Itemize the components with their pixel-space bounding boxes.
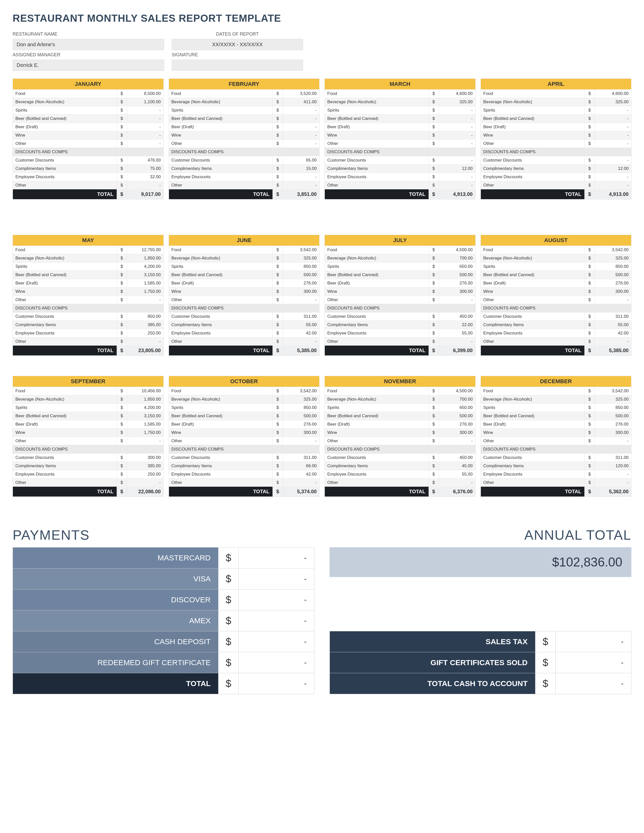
currency-symbol: $ <box>584 106 594 114</box>
currency-symbol: $ <box>117 487 127 497</box>
sales-row: Beverage (Non-Alcoholic)$325.00 <box>481 395 631 404</box>
currency-symbol: $ <box>272 165 283 173</box>
amount-value: 1,585.00 <box>127 420 163 428</box>
month-name: JANUARY <box>13 79 163 89</box>
amount-value: 850.00 <box>594 404 631 412</box>
category-label: Beer (Bottled and Canned) <box>481 271 584 279</box>
restaurant-name-input[interactable]: Don and Arlene's <box>13 39 164 50</box>
currency-symbol: $ <box>272 189 283 199</box>
discount-label: Customer Discounts <box>325 453 428 462</box>
amount-value: 4,200.00 <box>127 404 163 412</box>
amount-value: 10,456.00 <box>127 387 163 395</box>
currency-symbol: $ <box>428 246 439 254</box>
amount-value: 45.00 <box>439 462 475 470</box>
summary-label: TOTAL CASH TO ACCOUNT <box>330 673 535 694</box>
category-label: Beer (Draft) <box>169 420 273 428</box>
discount-label: Complimentary Items <box>13 321 117 329</box>
currency-symbol: $ <box>117 387 127 395</box>
amount-value: 12,755.00 <box>127 246 163 254</box>
amount-value: 500.00 <box>594 412 631 420</box>
month-name: SEPTEMBER <box>13 376 163 387</box>
discount-label: Other <box>481 479 584 487</box>
month-card: FEBRUARYFood$3,520.00Beverage (Non-Alcoh… <box>169 79 320 199</box>
category-label: Beer (Bottled and Canned) <box>13 412 117 420</box>
currency-symbol: $ <box>272 140 283 148</box>
currency-symbol: $ <box>117 271 127 279</box>
discount-label: Employee Discounts <box>325 173 428 181</box>
currency-symbol: $ <box>428 106 439 114</box>
discount-label: Complimentary Items <box>13 165 117 173</box>
discount-label: Other <box>481 181 584 189</box>
payment-label: MASTERCARD <box>13 547 218 568</box>
sales-row: Wine$300.00 <box>325 428 475 437</box>
currency-symbol: $ <box>584 288 594 296</box>
total-value: 5,385.00 <box>283 346 319 355</box>
summary-value: - <box>555 652 631 673</box>
sales-row: Food$3,542.00 <box>169 387 319 395</box>
amount-value: - <box>127 338 163 346</box>
category-label: Wine <box>13 429 117 437</box>
currency-symbol: $ <box>272 387 283 395</box>
amount-value: 500.00 <box>283 412 319 420</box>
category-label: Spirits <box>169 106 273 114</box>
currency-symbol: $ <box>272 429 283 437</box>
currency-symbol: $ <box>584 254 594 262</box>
month-card: AUGUSTFood$3,542.00Beverage (Non-Alcohol… <box>481 235 632 356</box>
payment-row: REDEEMED GIFT CERTIFICATE$- <box>13 652 314 673</box>
currency-symbol: $ <box>272 288 283 296</box>
category-label: Other <box>325 296 428 304</box>
currency-symbol: $ <box>428 90 439 98</box>
amount-value: - <box>594 123 631 131</box>
currency-symbol: $ <box>218 631 238 652</box>
discount-row: Employee Discounts$42.00 <box>169 470 319 478</box>
currency-symbol: $ <box>428 420 439 428</box>
amount-value: - <box>127 140 163 148</box>
month-total-row: TOTAL$3,851.00 <box>169 189 319 199</box>
currency-symbol: $ <box>584 312 594 321</box>
discount-label: Other <box>169 181 273 189</box>
dates-input[interactable]: XX/XX/XX - XX/XX/XX <box>172 39 303 50</box>
category-label: Beer (Bottled and Canned) <box>325 412 428 420</box>
amount-value: - <box>283 479 319 487</box>
discount-row: Employee Discounts$55.00 <box>325 470 475 478</box>
amount-value: 300.00 <box>439 288 475 296</box>
currency-symbol: $ <box>428 156 439 164</box>
sales-row: Wine$300.00 <box>481 428 631 437</box>
currency-symbol: $ <box>584 429 594 437</box>
sales-row: Food$8,500.00 <box>13 89 163 98</box>
total-label: TOTAL <box>13 346 117 355</box>
amount-value: - <box>127 181 163 189</box>
discount-label: Complimentary Items <box>481 165 584 173</box>
category-label: Other <box>481 296 584 304</box>
category-label: Other <box>169 296 273 304</box>
category-label: Beer (Bottled and Canned) <box>13 114 117 123</box>
discount-row: Employee Discounts$55.00 <box>325 329 475 337</box>
category-label: Spirits <box>169 262 273 270</box>
discount-row: Employee Discounts$- <box>481 470 631 478</box>
sales-row: Other$- <box>13 139 163 148</box>
category-label: Beer (Draft) <box>325 279 428 287</box>
currency-symbol: $ <box>584 140 594 148</box>
assigned-manager-input[interactable]: Derrick E. <box>13 60 164 71</box>
payment-value: - <box>238 631 314 652</box>
sales-row: Beer (Bottled and Canned)$500.00 <box>325 270 475 279</box>
amount-value: 500.00 <box>439 271 475 279</box>
discounts-header: DISCOUNTS AND COMPS <box>325 304 475 312</box>
sales-row: Beer (Draft)$276.00 <box>325 420 475 428</box>
currency-symbol: $ <box>117 114 127 123</box>
sales-row: Spirits$- <box>169 106 319 114</box>
category-label: Other <box>13 140 117 148</box>
month-card: SEPTEMBERFood$10,456.00Beverage (Non-Alc… <box>13 376 164 497</box>
sales-row: Beverage (Non-Alcoholic)$325.00 <box>169 395 319 404</box>
summary-value: - <box>555 673 631 694</box>
sales-row: Wine$- <box>325 131 475 139</box>
category-label: Food <box>169 90 273 98</box>
category-label: Food <box>481 387 584 395</box>
discount-label: Customer Discounts <box>13 156 117 164</box>
signature-input[interactable] <box>172 60 303 71</box>
total-value: 5,362.00 <box>594 487 631 497</box>
discount-row: Other$- <box>13 181 163 189</box>
summary-label: SALES TAX <box>330 631 535 652</box>
payment-label: AMEX <box>13 610 218 631</box>
currency-symbol: $ <box>428 338 439 346</box>
